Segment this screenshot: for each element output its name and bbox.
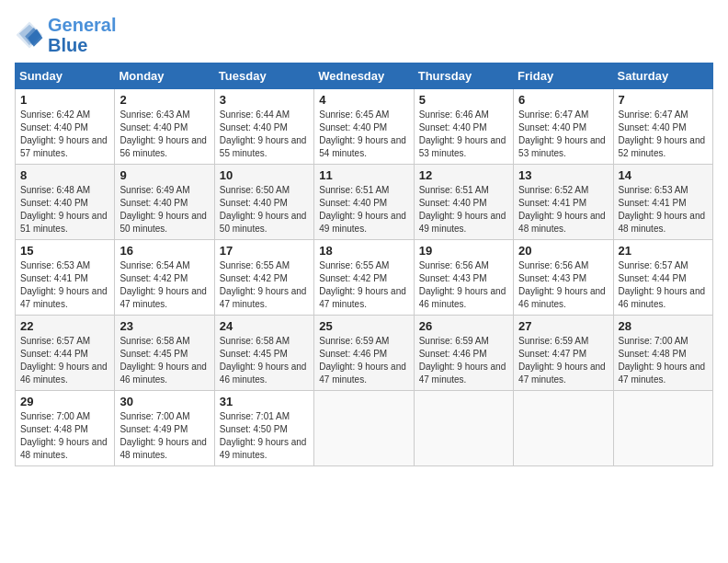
- day-number: 22: [20, 319, 109, 333]
- day-number: 12: [419, 168, 508, 182]
- calendar-day-cell: 10 Sunrise: 6:50 AM Sunset: 4:40 PM Dayl…: [214, 165, 313, 240]
- day-info: Sunrise: 6:42 AM Sunset: 4:40 PM Dayligh…: [20, 109, 109, 160]
- day-number: 7: [619, 93, 708, 107]
- day-number: 25: [319, 319, 408, 333]
- calendar-day-cell: 17 Sunrise: 6:55 AM Sunset: 4:42 PM Dayl…: [214, 240, 313, 316]
- calendar-day-cell: 27 Sunrise: 6:59 AM Sunset: 4:47 PM Dayl…: [514, 316, 613, 391]
- day-number: 11: [319, 168, 408, 182]
- day-number: 17: [220, 244, 309, 258]
- day-info: Sunrise: 6:56 AM Sunset: 4:43 PM Dayligh…: [419, 259, 508, 311]
- day-info: Sunrise: 7:00 AM Sunset: 4:49 PM Dayligh…: [119, 410, 209, 462]
- calendar-week-row: 8 Sunrise: 6:48 AM Sunset: 4:40 PM Dayli…: [16, 165, 713, 240]
- calendar-week-row: 15 Sunrise: 6:53 AM Sunset: 4:41 PM Dayl…: [16, 240, 713, 316]
- day-info: Sunrise: 6:55 AM Sunset: 4:42 PM Dayligh…: [319, 259, 408, 311]
- calendar-week-row: 22 Sunrise: 6:57 AM Sunset: 4:44 PM Dayl…: [16, 316, 713, 391]
- calendar-day-cell: 25 Sunrise: 6:59 AM Sunset: 4:46 PM Dayl…: [314, 316, 414, 391]
- calendar-day-cell: 4 Sunrise: 6:45 AM Sunset: 4:40 PM Dayli…: [314, 89, 414, 165]
- calendar-day-cell: 14 Sunrise: 6:53 AM Sunset: 4:41 PM Dayl…: [613, 165, 712, 240]
- calendar-day-cell: 20 Sunrise: 6:56 AM Sunset: 4:43 PM Dayl…: [514, 240, 613, 316]
- day-number: 9: [119, 168, 209, 182]
- day-number: 28: [619, 319, 708, 333]
- calendar-day-cell: 2 Sunrise: 6:43 AM Sunset: 4:40 PM Dayli…: [115, 89, 214, 165]
- day-info: Sunrise: 6:51 AM Sunset: 4:40 PM Dayligh…: [319, 184, 408, 236]
- day-info: Sunrise: 6:53 AM Sunset: 4:41 PM Dayligh…: [20, 259, 109, 311]
- day-info: Sunrise: 6:55 AM Sunset: 4:42 PM Dayligh…: [220, 259, 309, 311]
- day-info: Sunrise: 6:44 AM Sunset: 4:40 PM Dayligh…: [220, 109, 309, 160]
- day-number: 4: [319, 93, 408, 107]
- day-number: 14: [619, 168, 708, 182]
- day-info: Sunrise: 6:54 AM Sunset: 4:42 PM Dayligh…: [119, 259, 209, 311]
- calendar-day-cell: 22 Sunrise: 6:57 AM Sunset: 4:44 PM Dayl…: [16, 316, 115, 391]
- day-info: Sunrise: 6:47 AM Sunset: 4:40 PM Dayligh…: [619, 109, 708, 160]
- calendar-day-cell: 12 Sunrise: 6:51 AM Sunset: 4:40 PM Dayl…: [414, 165, 513, 240]
- day-number: 29: [20, 395, 109, 408]
- logo-text: GeneralBlue: [48, 15, 116, 55]
- calendar-day-cell: 24 Sunrise: 6:58 AM Sunset: 4:45 PM Dayl…: [214, 316, 313, 391]
- calendar-body: 1 Sunrise: 6:42 AM Sunset: 4:40 PM Dayli…: [16, 89, 713, 466]
- day-number: 20: [518, 244, 608, 258]
- day-info: Sunrise: 7:00 AM Sunset: 4:48 PM Dayligh…: [619, 335, 708, 386]
- calendar-day-cell: [314, 391, 414, 466]
- calendar-day-cell: 18 Sunrise: 6:55 AM Sunset: 4:42 PM Dayl…: [314, 240, 414, 316]
- calendar-week-row: 29 Sunrise: 7:00 AM Sunset: 4:48 PM Dayl…: [16, 391, 713, 466]
- day-info: Sunrise: 6:45 AM Sunset: 4:40 PM Dayligh…: [319, 109, 408, 160]
- day-number: 13: [518, 168, 608, 182]
- day-number: 15: [20, 244, 109, 258]
- weekday-header-wednesday: Wednesday: [314, 63, 414, 89]
- calendar-day-cell: 31 Sunrise: 7:01 AM Sunset: 4:50 PM Dayl…: [214, 391, 313, 466]
- day-number: 18: [319, 244, 408, 258]
- calendar-day-cell: 16 Sunrise: 6:54 AM Sunset: 4:42 PM Dayl…: [115, 240, 214, 316]
- day-number: 31: [220, 395, 309, 408]
- logo-icon: [15, 20, 44, 50]
- day-number: 5: [419, 93, 508, 107]
- day-number: 26: [419, 319, 508, 333]
- weekday-header-monday: Monday: [115, 63, 214, 89]
- calendar-day-cell: [613, 391, 712, 466]
- day-info: Sunrise: 7:00 AM Sunset: 4:48 PM Dayligh…: [20, 410, 109, 462]
- day-info: Sunrise: 7:01 AM Sunset: 4:50 PM Dayligh…: [220, 410, 309, 462]
- calendar-day-cell: 29 Sunrise: 7:00 AM Sunset: 4:48 PM Dayl…: [16, 391, 115, 466]
- calendar-day-cell: 9 Sunrise: 6:49 AM Sunset: 4:40 PM Dayli…: [115, 165, 214, 240]
- calendar-day-cell: [414, 391, 513, 466]
- weekday-header-saturday: Saturday: [613, 63, 712, 89]
- day-number: 30: [119, 395, 209, 408]
- calendar-day-cell: 15 Sunrise: 6:53 AM Sunset: 4:41 PM Dayl…: [16, 240, 115, 316]
- day-info: Sunrise: 6:51 AM Sunset: 4:40 PM Dayligh…: [419, 184, 508, 236]
- calendar-day-cell: 1 Sunrise: 6:42 AM Sunset: 4:40 PM Dayli…: [16, 89, 115, 165]
- day-info: Sunrise: 6:59 AM Sunset: 4:46 PM Dayligh…: [419, 335, 508, 386]
- calendar-day-cell: 13 Sunrise: 6:52 AM Sunset: 4:41 PM Dayl…: [514, 165, 613, 240]
- calendar-day-cell: [514, 391, 613, 466]
- calendar-day-cell: 30 Sunrise: 7:00 AM Sunset: 4:49 PM Dayl…: [115, 391, 214, 466]
- day-info: Sunrise: 6:59 AM Sunset: 4:46 PM Dayligh…: [319, 335, 408, 386]
- day-info: Sunrise: 6:58 AM Sunset: 4:45 PM Dayligh…: [119, 335, 209, 386]
- day-info: Sunrise: 6:50 AM Sunset: 4:40 PM Dayligh…: [220, 184, 309, 236]
- calendar-day-cell: 23 Sunrise: 6:58 AM Sunset: 4:45 PM Dayl…: [115, 316, 214, 391]
- calendar-day-cell: 3 Sunrise: 6:44 AM Sunset: 4:40 PM Dayli…: [214, 89, 313, 165]
- day-info: Sunrise: 6:43 AM Sunset: 4:40 PM Dayligh…: [119, 109, 209, 160]
- calendar-header-row: SundayMondayTuesdayWednesdayThursdayFrid…: [16, 63, 713, 89]
- day-info: Sunrise: 6:57 AM Sunset: 4:44 PM Dayligh…: [619, 259, 708, 311]
- calendar-table: SundayMondayTuesdayWednesdayThursdayFrid…: [15, 63, 713, 466]
- weekday-header-tuesday: Tuesday: [214, 63, 313, 89]
- day-number: 10: [220, 168, 309, 182]
- day-number: 23: [119, 319, 209, 333]
- calendar-day-cell: 19 Sunrise: 6:56 AM Sunset: 4:43 PM Dayl…: [414, 240, 513, 316]
- weekday-header-friday: Friday: [514, 63, 613, 89]
- day-info: Sunrise: 6:58 AM Sunset: 4:45 PM Dayligh…: [220, 335, 309, 386]
- day-info: Sunrise: 6:48 AM Sunset: 4:40 PM Dayligh…: [20, 184, 109, 236]
- calendar-day-cell: 11 Sunrise: 6:51 AM Sunset: 4:40 PM Dayl…: [314, 165, 414, 240]
- day-info: Sunrise: 6:53 AM Sunset: 4:41 PM Dayligh…: [619, 184, 708, 236]
- day-number: 3: [220, 93, 309, 107]
- day-info: Sunrise: 6:59 AM Sunset: 4:47 PM Dayligh…: [518, 335, 608, 386]
- day-number: 16: [119, 244, 209, 258]
- calendar-week-row: 1 Sunrise: 6:42 AM Sunset: 4:40 PM Dayli…: [16, 89, 713, 165]
- logo: GeneralBlue: [15, 15, 116, 55]
- calendar-day-cell: 28 Sunrise: 7:00 AM Sunset: 4:48 PM Dayl…: [613, 316, 712, 391]
- day-number: 24: [220, 319, 309, 333]
- day-info: Sunrise: 6:46 AM Sunset: 4:40 PM Dayligh…: [419, 109, 508, 160]
- day-info: Sunrise: 6:52 AM Sunset: 4:41 PM Dayligh…: [518, 184, 608, 236]
- calendar-day-cell: 26 Sunrise: 6:59 AM Sunset: 4:46 PM Dayl…: [414, 316, 513, 391]
- day-info: Sunrise: 6:49 AM Sunset: 4:40 PM Dayligh…: [119, 184, 209, 236]
- day-number: 2: [119, 93, 209, 107]
- calendar-day-cell: 7 Sunrise: 6:47 AM Sunset: 4:40 PM Dayli…: [613, 89, 712, 165]
